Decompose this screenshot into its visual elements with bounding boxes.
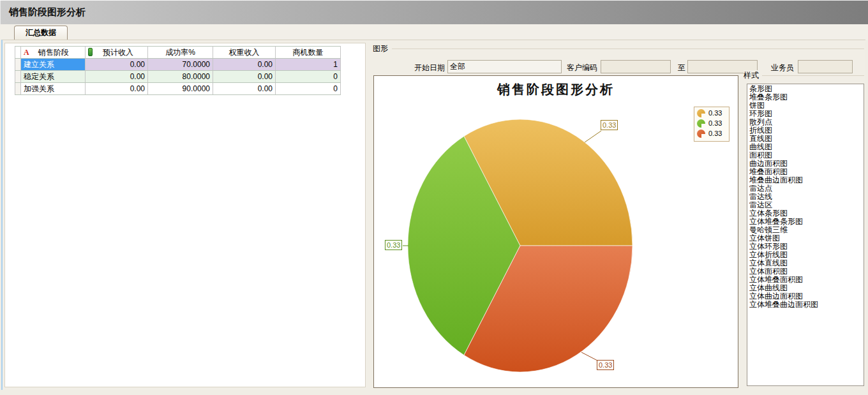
summary-grid: A销售阶段 预计收入 成功率% 权重收入 商机数量 建立关系 0.0 <box>15 46 341 95</box>
row-selector[interactable] <box>15 83 21 95</box>
graph-panel: 图形 开始日期 全部 客户编码 至 业务员 销售阶段图形分析 <box>370 43 867 387</box>
summary-table-panel: A销售阶段 预计收入 成功率% 权重收入 商机数量 建立关系 0.0 <box>4 43 366 387</box>
legend-label: 0.33 <box>708 130 722 138</box>
graph-groupbox-line <box>389 48 864 49</box>
start-date-label: 开始日期 <box>408 62 445 73</box>
style-groupbox-line <box>761 75 864 76</box>
style-list: 条形图堆叠条形图饼图环形图散列点折线图直线图曲线图面积图曲边面积图堆叠面积图堆叠… <box>747 84 864 386</box>
cell-count[interactable]: 0 <box>276 83 341 95</box>
column-header-success-rate[interactable]: 成功率% <box>148 47 213 59</box>
cell-expected[interactable]: 0.00 <box>86 59 148 71</box>
customer-code-label: 客户编码 <box>562 62 597 73</box>
row-selector[interactable] <box>15 71 21 83</box>
legend-pie-swatch-icon <box>697 130 705 138</box>
cell-stage[interactable]: 加强关系 <box>21 83 86 95</box>
legend-entry: 0.33 <box>697 109 727 117</box>
column-header-expected[interactable]: 预计收入 <box>86 47 148 59</box>
cell-weighted[interactable]: 0.00 <box>213 83 276 95</box>
tab-page: A销售阶段 预计收入 成功率% 权重收入 商机数量 建立关系 0.0 <box>1 40 865 390</box>
legend-entry: 0.33 <box>697 119 727 128</box>
cell-weighted[interactable]: 0.00 <box>213 71 276 83</box>
table-row[interactable]: 建立关系 0.00 70.0000 0.00 1 <box>15 59 341 71</box>
legend-label: 0.33 <box>708 119 722 128</box>
filter-bar-icon <box>88 48 93 56</box>
legend-pie-swatch-icon <box>697 109 705 117</box>
customer-code-field[interactable] <box>601 60 671 73</box>
sort-indicator-icon: A <box>24 48 29 57</box>
tab-summary-data[interactable]: 汇总数据 <box>14 26 68 40</box>
pie-chart <box>374 76 738 387</box>
title-bar: 销售阶段图形分析 <box>0 0 868 24</box>
chart-legend: 0.330.330.33 <box>694 107 730 142</box>
cell-expected[interactable]: 0.00 <box>86 83 148 95</box>
legend-label: 0.33 <box>708 109 722 117</box>
cell-stage[interactable]: 稳定关系 <box>21 71 86 83</box>
cell-count[interactable]: 1 <box>276 59 341 71</box>
legend-pie-swatch-icon <box>697 119 705 128</box>
pie-slice-label: 0.33 <box>385 240 402 250</box>
cell-success-rate[interactable]: 70.0000 <box>148 59 213 71</box>
column-header-count[interactable]: 商机数量 <box>276 47 341 59</box>
pie-slice-label: 0.33 <box>601 120 618 130</box>
app-window: 销售阶段图形分析 汇总数据 A销售阶段 预计收 <box>0 0 868 395</box>
cell-stage[interactable]: 建立关系 <box>21 59 86 71</box>
graph-group-caption: 图形 <box>373 43 392 54</box>
column-header-stage[interactable]: A销售阶段 <box>21 47 86 59</box>
legend-entry: 0.33 <box>697 130 727 138</box>
row-selector[interactable] <box>15 59 21 71</box>
start-date-field[interactable]: 全部 <box>447 60 562 73</box>
grid-header-row: A销售阶段 预计收入 成功率% 权重收入 商机数量 <box>15 47 341 59</box>
tab-label: 汇总数据 <box>26 28 56 37</box>
row-selector-header <box>15 47 21 59</box>
tab-strip: 汇总数据 <box>0 24 868 40</box>
cell-success-rate[interactable]: 90.0000 <box>148 83 213 95</box>
table-row[interactable]: 加强关系 0.00 90.0000 0.00 0 <box>15 83 341 95</box>
to-label: 至 <box>675 62 685 73</box>
cell-weighted[interactable]: 0.00 <box>213 59 276 71</box>
pie-slice-label: 0.33 <box>597 360 614 370</box>
style-list-item[interactable]: 立体堆叠曲边面积图 <box>747 301 864 309</box>
cell-count[interactable]: 0 <box>276 71 341 83</box>
style-group-caption: 样式 <box>744 70 762 80</box>
cell-expected[interactable]: 0.00 <box>86 71 148 83</box>
table-row[interactable]: 稳定关系 0.00 80.0000 0.00 0 <box>15 71 341 83</box>
column-header-weighted[interactable]: 权重收入 <box>213 47 276 59</box>
chart-area: 销售阶段图形分析 0.33 0.33 0.33 0.330.330.33 <box>373 75 738 388</box>
cell-success-rate[interactable]: 80.0000 <box>148 71 213 83</box>
style-list-item[interactable]: 堆叠条形图 <box>747 93 864 101</box>
page-title: 销售阶段图形分析 <box>9 0 86 24</box>
salesman-field[interactable] <box>798 60 853 73</box>
salesman-label: 业务员 <box>767 62 794 73</box>
